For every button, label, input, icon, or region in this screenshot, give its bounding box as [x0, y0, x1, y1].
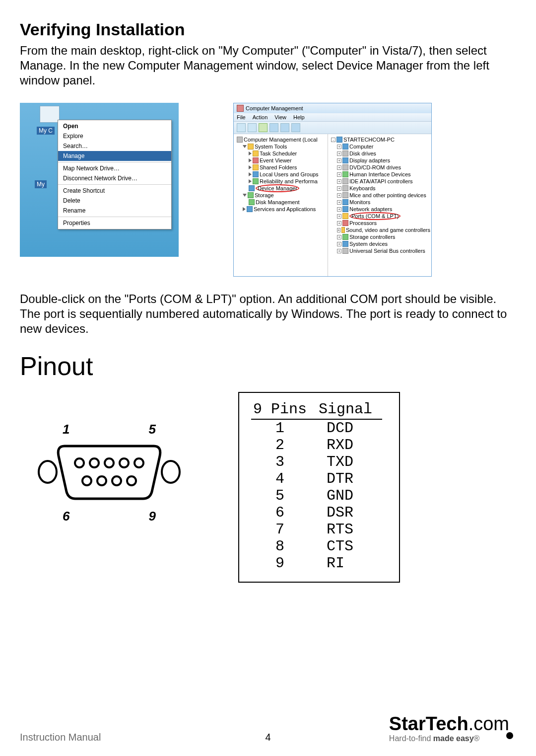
- tree-node-label: Sound, video and game controllers: [346, 227, 430, 233]
- tree-node-label: Universal Serial Bus controllers: [349, 247, 425, 254]
- expand-toggle-icon[interactable]: +: [337, 151, 341, 156]
- pinout-pin-cell: 1: [251, 419, 317, 437]
- cm-app-icon: [237, 105, 244, 112]
- cm-menu-item[interactable]: File: [237, 114, 246, 120]
- expand-toggle-icon[interactable]: +: [337, 186, 341, 191]
- tree-node[interactable]: +DVD/CD-ROM drives: [329, 164, 430, 171]
- tree-node[interactable]: Event Viewer: [235, 157, 327, 164]
- tree-node[interactable]: +Universal Serial Bus controllers: [329, 247, 430, 254]
- expand-toggle-icon[interactable]: +: [337, 158, 341, 163]
- db9-svg: [35, 437, 184, 507]
- pinout-pin-cell: 3: [251, 454, 317, 470]
- tree-node[interactable]: +Network adapters: [329, 206, 430, 213]
- tree-node-label: IDE ATA/ATAPI controllers: [349, 178, 413, 185]
- context-menu-item[interactable]: Create Shortcut: [58, 186, 171, 196]
- tree-node[interactable]: Shared Folders: [235, 164, 327, 171]
- collapse-arrow-icon: [249, 172, 252, 176]
- tree-node[interactable]: +Mice and other pointing devices: [329, 192, 430, 199]
- tree-node[interactable]: Reliability and Performa: [235, 178, 327, 185]
- pinout-pin-cell: 4: [251, 470, 317, 487]
- context-menu-item[interactable]: Map Network Drive…: [58, 163, 171, 173]
- pinout-signal-cell: RXD: [317, 437, 382, 454]
- cm-menu-item[interactable]: Action: [253, 114, 268, 120]
- tree-node[interactable]: Disk Management: [235, 199, 327, 206]
- cm-title-text: Computer Management: [246, 105, 303, 111]
- tree-node[interactable]: +Keyboards: [329, 185, 430, 192]
- tree-node[interactable]: Storage: [235, 192, 327, 199]
- tree-node[interactable]: Computer Management (Local: [235, 136, 327, 143]
- expand-toggle-icon[interactable]: +: [337, 193, 341, 198]
- context-menu-item[interactable]: Rename: [58, 206, 171, 216]
- toolbar-forward-icon: [248, 123, 257, 132]
- context-menu-item[interactable]: Search…: [58, 141, 171, 151]
- logo-suffix: .com: [469, 713, 509, 734]
- tree-node[interactable]: +Ports (COM & LPT): [329, 213, 430, 220]
- svg-point-4: [105, 458, 114, 467]
- pinout-signal-cell: RTS: [317, 521, 382, 538]
- expand-toggle-icon[interactable]: +: [337, 172, 341, 177]
- tree-node[interactable]: System Tools: [235, 143, 327, 150]
- tree-node[interactable]: +Sound, video and game controllers: [329, 227, 430, 233]
- tree-node[interactable]: -STARTECHCOM-PC: [329, 136, 430, 143]
- tree-node[interactable]: +System devices: [329, 240, 430, 247]
- context-menu-item[interactable]: Properties: [58, 218, 171, 228]
- expand-toggle-icon[interactable]: +: [337, 145, 341, 149]
- tree-node-icon: [253, 157, 259, 163]
- tree-node[interactable]: +Monitors: [329, 199, 430, 206]
- pinout-pin-cell: 6: [251, 504, 317, 521]
- tree-node[interactable]: Task Scheduler: [235, 150, 327, 157]
- tree-node-icon: [253, 178, 259, 184]
- expand-toggle-icon[interactable]: +: [337, 165, 341, 170]
- tree-node[interactable]: Services and Applications: [235, 206, 327, 213]
- tree-node-label: System Tools: [255, 143, 287, 150]
- tree-node[interactable]: Device Manager: [235, 185, 327, 192]
- tree-node[interactable]: +Disk drives: [329, 150, 430, 157]
- tree-node-icon: [249, 185, 255, 191]
- context-menu-item[interactable]: Explore: [58, 131, 171, 141]
- expand-toggle-icon[interactable]: +: [337, 179, 341, 184]
- pinout-th-pins: 9 Pins: [251, 401, 317, 419]
- db9-connector-diagram: 1 5 6 9: [35, 422, 184, 524]
- pinout-pin-cell: 9: [251, 555, 317, 572]
- svg-point-5: [120, 458, 129, 467]
- pin-label-9: 9: [149, 509, 156, 524]
- context-menu-item[interactable]: Delete: [58, 196, 171, 206]
- tree-node-label: Network adapters: [349, 206, 392, 213]
- tree-node[interactable]: Local Users and Groups: [235, 171, 327, 178]
- expand-toggle-icon[interactable]: -: [331, 138, 335, 142]
- toolbar-refresh-icon: [291, 123, 300, 132]
- tree-node-icon: [247, 206, 253, 212]
- expand-toggle-icon[interactable]: +: [337, 242, 341, 246]
- pinout-row: 9RI: [251, 555, 382, 572]
- tree-node-label: Local Users and Groups: [260, 171, 319, 178]
- expand-arrow-icon: [243, 194, 247, 197]
- tree-node[interactable]: +Display adapters: [329, 157, 430, 164]
- cm-menu-item[interactable]: Help: [293, 114, 305, 120]
- cm-menu-item[interactable]: View: [274, 114, 286, 120]
- expand-toggle-icon[interactable]: +: [337, 214, 341, 219]
- expand-toggle-icon[interactable]: +: [337, 249, 341, 253]
- context-menu-item[interactable]: Disconnect Network Drive…: [58, 173, 171, 183]
- tree-node-label: Storage: [255, 192, 274, 199]
- tree-node[interactable]: +Storage controllers: [329, 233, 430, 240]
- tree-node-icon: [342, 151, 348, 156]
- pin-label-1: 1: [63, 422, 69, 437]
- pinout-row: 2RXD: [251, 437, 382, 454]
- startech-logo: StarTech.com Hard-to-find made easy®: [389, 714, 516, 743]
- expand-toggle-icon[interactable]: +: [337, 207, 341, 212]
- tree-node-label: Processors: [349, 220, 377, 227]
- context-menu-item[interactable]: Open: [58, 121, 171, 131]
- logo-dot-icon: [506, 732, 513, 739]
- tree-node[interactable]: +Computer: [329, 143, 430, 150]
- tree-node[interactable]: +Processors: [329, 220, 430, 227]
- expand-toggle-icon[interactable]: +: [337, 200, 341, 205]
- pinout-signal-cell: DCD: [317, 419, 382, 437]
- expand-toggle-icon[interactable]: +: [337, 221, 341, 226]
- toolbar-properties-icon: [269, 123, 278, 132]
- expand-toggle-icon[interactable]: +: [337, 235, 341, 239]
- tree-node-label: Computer Management (Local: [244, 136, 318, 143]
- expand-toggle-icon[interactable]: +: [337, 228, 340, 232]
- context-menu-item[interactable]: Manage: [58, 151, 171, 161]
- tree-node[interactable]: +IDE ATA/ATAPI controllers: [329, 178, 430, 185]
- tree-node[interactable]: +Human Interface Devices: [329, 171, 430, 178]
